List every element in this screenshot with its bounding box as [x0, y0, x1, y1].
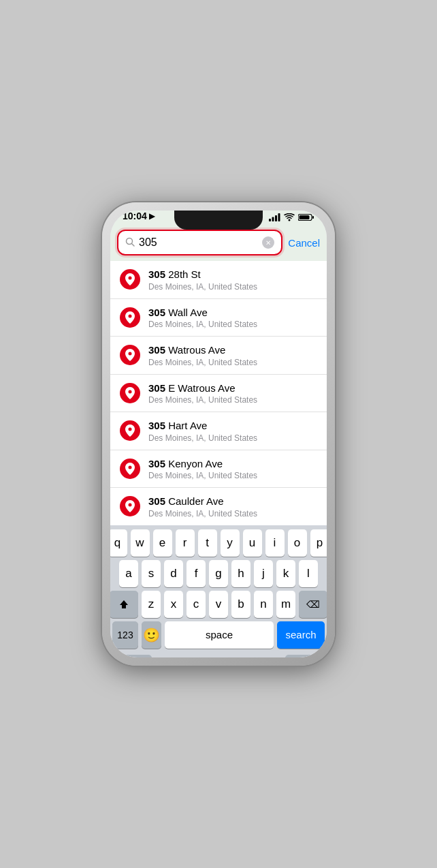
pin-icon — [120, 269, 140, 290]
cancel-button[interactable]: Cancel — [288, 237, 320, 249]
result-item[interactable]: 305 Kenyon Ave Des Moines, IA, United St… — [110, 450, 327, 489]
result-subtitle: Des Moines, IA, United States — [148, 358, 257, 367]
signal-icon — [269, 213, 280, 221]
key-s[interactable]: s — [142, 560, 161, 587]
shift-key[interactable] — [110, 591, 138, 618]
search-magnifier-icon — [125, 237, 135, 249]
key-t[interactable]: t — [198, 529, 217, 557]
result-item[interactable]: 305 28th St Des Moines, IA, United State… — [110, 261, 327, 299]
pin-icon — [120, 307, 140, 328]
key-y[interactable]: y — [221, 529, 240, 557]
space-key[interactable]: space — [165, 621, 274, 649]
svg-rect-7 — [312, 216, 314, 219]
search-input[interactable]: 305 — [139, 236, 258, 249]
key-g[interactable]: g — [209, 560, 228, 587]
result-title-bold: 305 — [148, 307, 165, 318]
status-icons — [269, 213, 314, 221]
key-u[interactable]: u — [243, 529, 262, 557]
key-f[interactable]: f — [187, 560, 206, 587]
key-b[interactable]: b — [231, 591, 250, 618]
svg-point-10 — [129, 277, 132, 280]
result-subtitle: Des Moines, IA, United States — [148, 433, 257, 443]
result-item[interactable]: 305 Caulder Ave Des Moines, IA, United S… — [110, 488, 327, 525]
key-p[interactable]: p — [310, 529, 327, 557]
key-r[interactable]: r — [176, 529, 195, 557]
result-title-bold: 305 — [148, 458, 165, 469]
result-title-rest: Watrous Ave — [165, 344, 225, 356]
key-i[interactable]: i — [265, 529, 285, 557]
svg-rect-2 — [275, 215, 277, 221]
wifi-icon — [284, 213, 295, 221]
numbers-key[interactable]: 123 — [112, 621, 138, 649]
result-text: 305 Watrous Ave Des Moines, IA, United S… — [148, 343, 257, 367]
key-d[interactable]: d — [164, 560, 183, 587]
svg-rect-0 — [269, 219, 271, 221]
keyboard-row-3: zxcvbnm⌫ — [112, 591, 325, 618]
svg-point-15 — [129, 465, 132, 469]
result-subtitle: Des Moines, IA, United States — [148, 282, 257, 292]
svg-rect-3 — [278, 213, 280, 221]
result-subtitle: Des Moines, IA, United States — [148, 320, 257, 329]
result-text: 305 Kenyon Ave Des Moines, IA, United St… — [148, 457, 257, 481]
result-subtitle: Des Moines, IA, United States — [148, 471, 257, 480]
result-item[interactable]: 305 E Watrous Ave Des Moines, IA, United… — [110, 375, 327, 413]
result-title-bold: 305 — [148, 382, 165, 394]
keyboard-row-2: asdfghjkl — [112, 560, 325, 587]
result-text: 305 Hart Ave Des Moines, IA, United Stat… — [148, 419, 257, 443]
svg-point-11 — [129, 314, 132, 317]
result-title: 305 Watrous Ave — [148, 343, 257, 357]
key-v[interactable]: v — [209, 591, 228, 618]
result-item[interactable]: 305 Watrous Ave Des Moines, IA, United S… — [110, 337, 327, 375]
search-clear-button[interactable]: ✕ — [262, 236, 274, 249]
key-e[interactable]: e — [153, 529, 172, 557]
result-subtitle: Des Moines, IA, United States — [148, 395, 257, 405]
svg-rect-6 — [300, 215, 310, 219]
key-c[interactable]: c — [187, 591, 206, 618]
results-list: 305 28th St Des Moines, IA, United State… — [110, 261, 327, 525]
result-item[interactable]: 305 Wall Ave Des Moines, IA, United Stat… — [110, 299, 327, 337]
svg-point-4 — [289, 219, 291, 221]
key-w[interactable]: w — [131, 529, 150, 557]
result-title: 305 E Watrous Ave — [148, 382, 257, 395]
delete-key[interactable]: ⌫ — [299, 591, 327, 618]
key-l[interactable]: l — [299, 560, 318, 587]
key-o[interactable]: o — [288, 529, 307, 557]
key-n[interactable]: n — [254, 591, 273, 618]
key-x[interactable]: x — [164, 591, 183, 618]
svg-point-16 — [129, 503, 132, 507]
svg-line-9 — [132, 243, 135, 246]
result-text: 305 28th St Des Moines, IA, United State… — [148, 268, 257, 292]
search-box[interactable]: 305 ✕ — [117, 230, 282, 255]
result-title-bold: 305 — [148, 495, 165, 507]
pin-icon — [120, 496, 140, 516]
pin-icon — [120, 345, 140, 365]
keyboard-row-4: 123 🙂 space search — [112, 621, 325, 649]
battery-icon — [298, 213, 314, 221]
keyboard-bottom-row — [112, 652, 325, 658]
result-title: 305 Caulder Ave — [148, 495, 257, 508]
svg-point-13 — [129, 390, 132, 393]
result-title-rest: Wall Ave — [165, 307, 208, 318]
svg-point-14 — [129, 428, 132, 431]
result-subtitle: Des Moines, IA, United States — [148, 509, 257, 518]
result-title: 305 28th St — [148, 268, 257, 281]
search-keyboard-button[interactable]: search — [277, 621, 325, 649]
search-bar-wrapper: 305 ✕ Cancel — [117, 230, 320, 255]
result-item[interactable]: 305 Hart Ave Des Moines, IA, United Stat… — [110, 412, 327, 450]
result-title: 305 Kenyon Ave — [148, 457, 257, 471]
globe-key[interactable] — [119, 655, 152, 658]
key-h[interactable]: h — [231, 560, 250, 587]
notch — [174, 211, 263, 230]
key-z[interactable]: z — [142, 591, 161, 618]
result-title-bold: 305 — [148, 268, 165, 280]
key-q[interactable]: q — [110, 529, 127, 557]
microphone-key[interactable] — [285, 655, 318, 658]
key-a[interactable]: a — [119, 560, 138, 587]
emoji-key[interactable]: 🙂 — [142, 621, 161, 649]
phone-shell: 10:04 ▶ — [102, 202, 335, 666]
key-m[interactable]: m — [276, 591, 295, 618]
status-time: 10:04 ▶ — [123, 211, 155, 221]
result-title-rest: 28th St — [165, 268, 201, 280]
key-j[interactable]: j — [254, 560, 273, 587]
key-k[interactable]: k — [276, 560, 295, 587]
